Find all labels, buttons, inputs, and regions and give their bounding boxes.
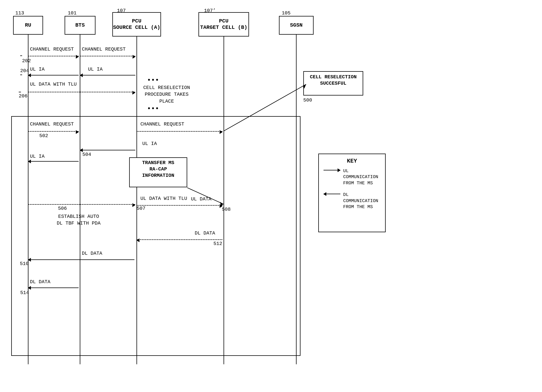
tick-202 bbox=[20, 55, 22, 56]
key-ul-label: ULCOMMUNICATIONFROM THE MS bbox=[343, 168, 378, 186]
arrow-dl-data-1 bbox=[137, 239, 222, 240]
arrow-ch-req-1a bbox=[28, 56, 79, 56]
arrow-ch-req-2b bbox=[137, 131, 222, 132]
label-dl-data-2: DL DATA bbox=[82, 250, 102, 256]
arrow-dl-data-3 bbox=[28, 288, 79, 288]
ref-202: 202 bbox=[22, 58, 31, 64]
ref-514: 514 bbox=[20, 290, 29, 295]
label-ch-req-1a: CHANNEL REQUEST bbox=[30, 46, 74, 52]
key-title: KEY bbox=[324, 158, 380, 164]
ref-508: 508 bbox=[222, 207, 231, 212]
ref-507: 507 bbox=[137, 206, 146, 211]
label-dl-data-3: DL DATA bbox=[30, 279, 50, 285]
entity-ru: RU bbox=[13, 16, 43, 35]
ref-502: 502 bbox=[39, 133, 48, 139]
ref-512: 512 bbox=[213, 241, 222, 246]
label-ul-ia-1b: UL IA bbox=[88, 66, 103, 72]
arrow-ul-ia-2b bbox=[80, 150, 135, 150]
entity-pcu-b: PCU TARGET CELL (B) bbox=[198, 12, 249, 37]
ref-510: 510 bbox=[20, 261, 29, 267]
arrow-ul-data-tlu-2a bbox=[28, 204, 135, 205]
key-dl-label: DLCOMMUNICATIONFROM THE MS bbox=[343, 192, 378, 210]
ref-206: 206 bbox=[19, 93, 27, 99]
arrow-dl-data-2 bbox=[28, 259, 134, 260]
ref-105: 105 bbox=[282, 10, 291, 16]
entity-sgsn: SGSN bbox=[279, 16, 314, 35]
establish-auto-text: ESTABLISH AUTO DL TBF WITH PDA bbox=[45, 213, 112, 227]
arrow-ul-ia-2a bbox=[28, 161, 79, 162]
label-ul-data-tlu-1: UL DATA WITH TLU bbox=[30, 82, 77, 87]
transfer-ms-box: TRANSFER MS RA-CAP INFORMATION bbox=[129, 157, 187, 187]
entity-bts: BTS bbox=[65, 16, 96, 35]
section-box-2 bbox=[11, 116, 300, 356]
ref-506: 506 bbox=[58, 206, 67, 211]
dots-top: ••• bbox=[147, 76, 159, 84]
label-ch-req-2b: CHANNEL REQUEST bbox=[141, 121, 184, 127]
ref-113: 113 bbox=[15, 10, 24, 16]
arrow-ul-data-2 bbox=[137, 205, 222, 206]
entity-pcu-a: PCU SOURCE CELL (A) bbox=[112, 12, 161, 37]
arrow-ul-data-tlu-1 bbox=[28, 92, 135, 92]
arrow-ul-ia-1b bbox=[80, 75, 135, 76]
key-ul-item: ULCOMMUNICATIONFROM THE MS bbox=[324, 168, 380, 186]
arrow-ch-req-2a bbox=[28, 131, 79, 132]
key-dl-item: DLCOMMUNICATIONFROM THE MS bbox=[324, 192, 380, 210]
tick-204 bbox=[20, 75, 22, 75]
label-ul-data-2: UL DATA bbox=[191, 196, 211, 202]
label-ul-data-tlu-2a: UL DATA WITH TLU bbox=[141, 196, 187, 201]
label-ul-ia-2a: UL IA bbox=[30, 154, 44, 159]
key-box: KEY ULCOMMUNICATIONFROM THE MS DLCOMMUNI… bbox=[318, 154, 386, 232]
cell-resel-success-box: CELL RESELECTION SUCCESFUL bbox=[303, 71, 363, 96]
ref-204: 204 bbox=[20, 68, 29, 74]
ref-101: 101 bbox=[68, 10, 76, 16]
ref-504: 504 bbox=[82, 152, 91, 157]
label-dl-data-1: DL DATA bbox=[195, 230, 215, 236]
label-ul-ia-2b: UL IA bbox=[142, 141, 157, 147]
tick-206 bbox=[19, 92, 21, 92]
ref-500: 500 bbox=[303, 97, 312, 103]
label-ch-req-1b: CHANNEL REQUEST bbox=[82, 46, 126, 52]
cell-resel-proc-text: CELL RESELECTION PROCEDURE TAKES PLACE bbox=[139, 84, 195, 105]
label-ul-ia-1a: UL IA bbox=[30, 66, 44, 72]
label-ch-req-2a: CHANNEL REQUEST bbox=[30, 121, 74, 127]
dots-bottom: ••• bbox=[147, 105, 159, 113]
arrow-ch-req-1b bbox=[80, 56, 135, 56]
arrow-ul-ia-1a bbox=[28, 75, 79, 76]
